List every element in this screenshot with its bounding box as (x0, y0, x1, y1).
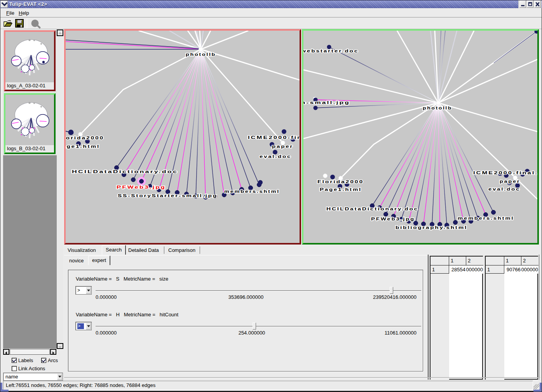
svg-text:webstarter.doc: webstarter.doc (303, 49, 359, 53)
svg-text:eval.doc: eval.doc (260, 154, 291, 159)
svg-text:Florida2000: Florida2000 (317, 179, 364, 184)
svg-text:members.shtml: members.shtml (458, 216, 514, 220)
svg-text:Florida2000: Florida2000 (66, 135, 104, 140)
svg-text:SS-StoryStarter-small.jpg: SS-StoryStarter-small.jpg (118, 193, 218, 198)
svg-text:HCILDataDictionary.doc: HCILDataDictionary.doc (72, 169, 178, 174)
svg-text:ICME2000-final.d: ICME2000-final.d (473, 170, 537, 175)
svg-text:HCILDataDictionary.doc: HCILDataDictionary.doc (326, 206, 418, 211)
svg-text:Page1.html: Page1.html (66, 144, 100, 149)
svg-text:ICME2000-final: ICME2000-final (248, 135, 300, 140)
svg-text:paper: paper (272, 144, 293, 149)
svg-text:photollb: photollb (186, 52, 216, 57)
svg-text:eval.doc: eval.doc (488, 187, 520, 191)
svg-text:Page1.html: Page1.html (320, 187, 362, 192)
svg-text:PFWeb3.jpg: PFWeb3.jpg (371, 217, 415, 221)
svg-text:bibliography.shtml: bibliography.shtml (396, 225, 467, 230)
svg-text:on-small.jpg: on-small.jpg (303, 100, 350, 105)
svg-text:photollb: photollb (423, 106, 452, 110)
svg-text:members.shtml: members.shtml (224, 189, 280, 194)
svg-text:paper: paper (500, 179, 520, 184)
svg-text:PFWeb3.jpg: PFWeb3.jpg (117, 185, 166, 189)
